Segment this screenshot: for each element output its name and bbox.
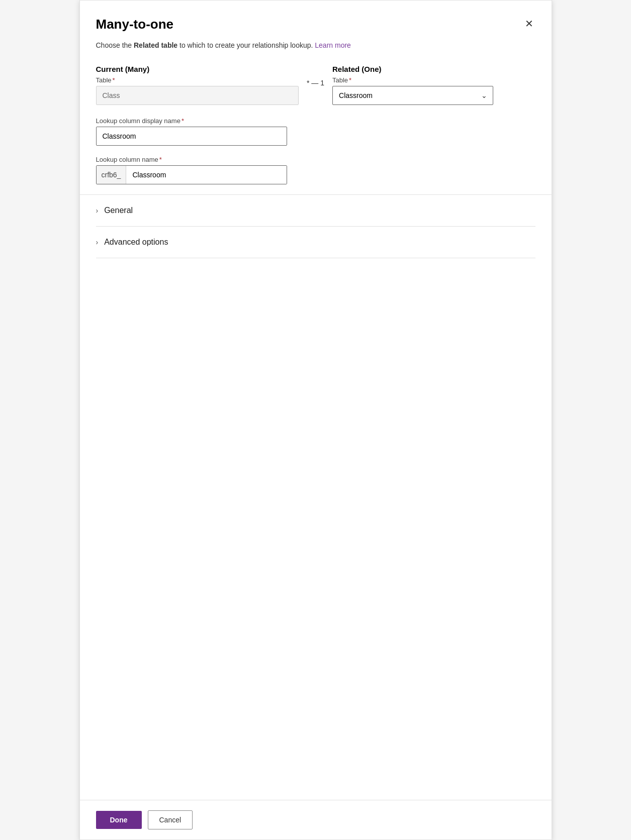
general-section: › General [96, 195, 535, 227]
current-heading: Current (Many) [96, 65, 299, 73]
learn-more-link[interactable]: Learn more [315, 41, 351, 49]
general-section-label: General [104, 206, 133, 215]
current-table-required: * [113, 76, 115, 84]
dialog-header: Many-to-one ✕ [96, 17, 535, 32]
many-to-one-dialog: Many-to-one ✕ Choose the Related table t… [79, 0, 552, 840]
relation-connector: * — 1 [299, 79, 332, 87]
lookup-display-field: Lookup column display name* [96, 117, 535, 146]
general-chevron-icon: › [96, 206, 99, 215]
current-table-label: Table* [96, 76, 299, 84]
lookup-name-label: Lookup column name* [96, 156, 535, 163]
lookup-name-required: * [159, 156, 162, 163]
current-table-section: Current (Many) Table* Class [96, 65, 299, 105]
related-table-select-wrapper: Classroom Student Teacher Course ⌄ [332, 86, 493, 105]
description: Choose the Related table to which to cre… [96, 40, 535, 51]
related-table-select[interactable]: Classroom Student Teacher Course [332, 86, 493, 105]
related-table-required: * [349, 76, 351, 84]
lookup-name-field: Lookup column name* crfb6_ [96, 156, 535, 184]
lookup-name-input[interactable] [126, 166, 286, 184]
general-section-header[interactable]: › General [96, 206, 535, 215]
lookup-display-input[interactable] [96, 127, 287, 146]
advanced-section: › Advanced options [96, 227, 535, 258]
dialog-footer: Done Cancel [80, 800, 552, 839]
advanced-section-header[interactable]: › Advanced options [96, 238, 535, 247]
description-prefix: Choose the [96, 41, 134, 49]
lookup-name-combined: crfb6_ [96, 165, 287, 184]
advanced-section-label: Advanced options [104, 238, 168, 247]
related-heading: Related (One) [332, 65, 535, 73]
related-table-label: Table* [332, 76, 535, 84]
tables-row: Current (Many) Table* Class * — 1 Relate… [96, 65, 535, 105]
description-suffix: to which to create your relationship loo… [177, 41, 313, 49]
advanced-chevron-icon: › [96, 238, 99, 246]
done-button[interactable]: Done [96, 811, 142, 829]
lookup-name-prefix: crfb6_ [97, 166, 127, 184]
cancel-button[interactable]: Cancel [148, 810, 193, 829]
lookup-display-label: Lookup column display name* [96, 117, 535, 125]
current-table-value: Class [96, 86, 299, 105]
description-bold: Related table [134, 41, 177, 49]
related-table-section: Related (One) Table* Classroom Student T… [332, 65, 535, 105]
dialog-title: Many-to-one [96, 17, 174, 32]
close-button[interactable]: ✕ [523, 17, 535, 31]
lookup-display-required: * [182, 117, 184, 125]
